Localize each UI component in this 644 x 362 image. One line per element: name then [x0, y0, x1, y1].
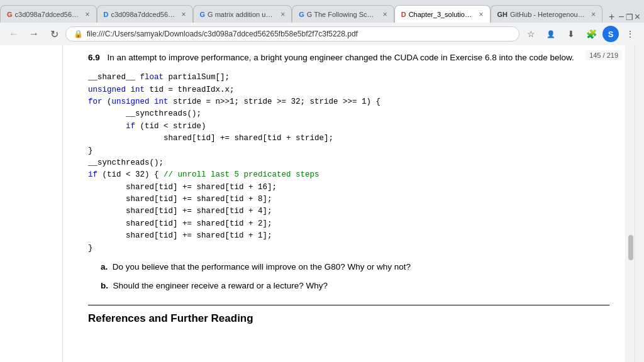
- profile-avatar[interactable]: S: [602, 26, 619, 42]
- problem-number: 6.9: [88, 53, 100, 62]
- profile-picture-button[interactable]: 👤: [542, 25, 560, 43]
- address-bar[interactable]: 🔒 file:///C:/Users/samyak/Downloads/c3d0…: [65, 26, 519, 41]
- code-line-5: if (tid < stride): [88, 121, 609, 133]
- problem-6-9: 6.9 In an attempt to improve performance…: [88, 52, 609, 64]
- scroll-thumb[interactable]: [628, 235, 633, 260]
- sub-question-a-text: Do you believe that the performance will…: [113, 262, 411, 272]
- code-line-7: }: [88, 145, 609, 157]
- tab-2[interactable]: D c3d098a7ddced56265f... ×: [97, 5, 193, 23]
- section-heading: References and Further Reading: [88, 310, 609, 327]
- right-sidebar: [635, 45, 644, 362]
- tab-6-label: GitHub - Heterogenous-Paralle...: [510, 11, 586, 18]
- content-area: 6.9 In an attempt to improve performance…: [63, 45, 635, 362]
- code-line-12: shared[tid] += shared[tid + 4];: [88, 206, 609, 217]
- tab-2-close[interactable]: ×: [181, 10, 186, 19]
- code-line-13: shared[tid] += shared[tid + 2];: [88, 218, 609, 230]
- bookmark-button[interactable]: ☆: [522, 25, 540, 43]
- toolbar-right: ☆ 👤 ⬇ 🧩 S ⋮: [522, 25, 639, 43]
- sub-question-a: a. Do you believe that the performance w…: [101, 261, 609, 273]
- lock-icon: 🔒: [74, 30, 83, 38]
- sub-label-a: a.: [101, 262, 108, 272]
- code-line-2: unsigned int tid = threadIdx.x;: [88, 84, 609, 96]
- tab-1-close[interactable]: ×: [86, 10, 90, 19]
- tab-bar: G c3d098a7ddced56265f... × D c3d098a7ddc…: [0, 0, 644, 23]
- new-tab-button[interactable]: +: [605, 11, 618, 23]
- code-block: __shared__ float partialSum[]; unsigned …: [88, 72, 609, 255]
- tab-3-close[interactable]: ×: [280, 10, 285, 19]
- tab-2-label: c3d098a7ddced56265f...: [111, 11, 176, 18]
- code-line-1: __shared__ float partialSum[];: [88, 72, 609, 84]
- code-line-9: if (tid < 32) { // unroll last 5 predica…: [88, 169, 609, 181]
- page-number-badge: 145 / 219: [586, 50, 622, 60]
- code-line-10: shared[tid] += shared[tid + 16];: [88, 182, 609, 194]
- code-line-3: for (unsigned int stride = n>>1; stride …: [88, 96, 609, 108]
- tab-1[interactable]: G c3d098a7ddced56265f... ×: [0, 5, 97, 23]
- code-line-8: __syncthreads();: [88, 157, 609, 169]
- code-line-15: }: [88, 243, 609, 255]
- code-line-4: __syncthreads();: [88, 108, 609, 120]
- tab-4[interactable]: G G The Following Scalar P... ×: [292, 5, 394, 23]
- main-area: 6.9 In an attempt to improve performance…: [0, 45, 644, 362]
- section-divider: [88, 305, 609, 305]
- code-line-14: shared[tid] += shared[tid + 1];: [88, 230, 609, 242]
- menu-button[interactable]: ⋮: [621, 25, 639, 43]
- tab-4-label: G The Following Scalar P...: [307, 11, 378, 18]
- sub-question-b: b. Should the engineer receive a reward …: [101, 280, 609, 292]
- tab-2-favicon: D: [104, 11, 109, 18]
- address-text: file:///C:/Users/samyak/Downloads/c3d098…: [87, 30, 511, 38]
- scroll-indicator[interactable]: [625, 45, 635, 362]
- tab-6-close[interactable]: ×: [591, 10, 596, 19]
- browser-chrome: G c3d098a7ddced56265f... × D c3d098a7ddc…: [0, 0, 644, 45]
- tab-1-label: c3d098a7ddced56265f...: [15, 11, 80, 18]
- back-button[interactable]: ←: [5, 25, 23, 43]
- forward-button[interactable]: →: [25, 25, 43, 43]
- tab-6[interactable]: GH GitHub - Heterogenous-Paralle... ×: [491, 5, 602, 23]
- close-button[interactable]: ×: [635, 11, 640, 23]
- tab-5[interactable]: D Chapter_3_solution.pd... ×: [394, 5, 491, 23]
- minimize-button[interactable]: −: [618, 11, 624, 23]
- sub-label-b: b.: [101, 281, 108, 290]
- tab-6-favicon: GH: [497, 11, 508, 18]
- toolbar: ← → ↻ 🔒 file:///C:/Users/samyak/Download…: [0, 23, 644, 45]
- tab-4-favicon: G: [299, 11, 304, 18]
- tab-3[interactable]: G G matrix addition using ... ×: [193, 5, 292, 23]
- left-sidebar: [0, 45, 63, 362]
- refresh-button[interactable]: ↻: [45, 25, 63, 43]
- tab-1-favicon: G: [7, 11, 13, 18]
- tab-3-label: G matrix addition using ...: [208, 11, 275, 18]
- code-line-11: shared[tid] += shared[tid + 8];: [88, 194, 609, 206]
- tab-4-close[interactable]: ×: [383, 10, 387, 19]
- downloads-button[interactable]: ⬇: [562, 25, 580, 43]
- tab-5-close[interactable]: ×: [479, 10, 484, 19]
- maximize-button[interactable]: ❐: [626, 13, 633, 22]
- pdf-page: 6.9 In an attempt to improve performance…: [88, 52, 609, 327]
- tab-5-label: Chapter_3_solution.pd...: [409, 11, 474, 18]
- tab-5-favicon: D: [401, 11, 406, 18]
- problem-intro: In an attempt to improve performance, a …: [108, 53, 574, 62]
- pdf-content[interactable]: 6.9 In an attempt to improve performance…: [63, 45, 635, 362]
- extensions-button[interactable]: 🧩: [582, 25, 600, 43]
- tab-3-favicon: G: [200, 11, 206, 18]
- sub-question-b-text: Should the engineer receive a reward or …: [113, 281, 328, 290]
- code-line-6: shared[tid] += shared[tid + stride];: [88, 133, 609, 145]
